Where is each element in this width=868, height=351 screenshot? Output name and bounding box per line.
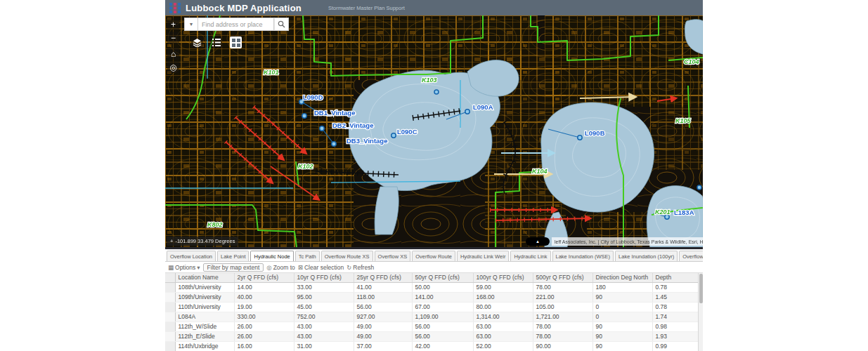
search-button[interactable] (274, 18, 289, 31)
clear-selection-button[interactable]: ⊠ Clear selection (298, 264, 344, 271)
tab-overflow-location[interactable]: Overflow Location (167, 251, 216, 261)
map-label[interactable]: DB2_Vintage (332, 121, 373, 129)
cell: 26.00 (234, 331, 294, 341)
table-scrollbar[interactable] (698, 273, 703, 351)
row-selector[interactable] (165, 322, 175, 331)
table-row[interactable]: L084A 330.00 752.00 927.00 1,109.00 1,31… (165, 312, 698, 322)
map-label[interactable]: L183A (674, 208, 694, 216)
column-header[interactable]: 2yr Q FFD (cfs) (234, 273, 294, 282)
column-header[interactable]: Direction Deg North (592, 273, 652, 282)
cell: 90.00 (533, 341, 592, 351)
column-header[interactable]: 10yr Q FFD (cfs) (294, 273, 354, 282)
options-menu-button[interactable]: ▦ Options ▾ (168, 264, 200, 271)
cell-location: 108th/University (175, 282, 234, 292)
tab-hydraulic-link-weir[interactable]: Hydraulic Link Weir (457, 251, 509, 261)
map-label[interactable]: C104 (684, 58, 699, 65)
row-selector[interactable] (165, 312, 175, 322)
app-window: Lubbock MDP Application Stormwater Maste… (165, 0, 703, 351)
cell: 33.00 (294, 282, 354, 292)
table-row[interactable]: 109th/University 40.00 95.00 118.00 141.… (165, 292, 698, 302)
table-row[interactable]: 112th_E/Slide 26.00 43.00 49.00 56.00 63… (165, 331, 698, 341)
table-row[interactable]: 112th_W/Slide 26.00 43.00 49.00 56.00 63… (165, 322, 698, 331)
basemap-gallery-button[interactable] (230, 37, 242, 48)
cell: 0 (592, 312, 652, 322)
crosshair-icon: + (170, 238, 173, 244)
caret-down-icon: ▾ (197, 264, 200, 271)
filter-label: Filter by map extent (207, 264, 260, 271)
filter-by-map-extent-button[interactable]: Filter by map extent (203, 263, 264, 272)
tab-overflow-inundation[interactable]: Overflow Inundation (679, 251, 703, 261)
tab-overflow-xs[interactable]: Overflow XS (375, 251, 411, 261)
basemap-grid-icon (232, 39, 240, 47)
row-selector[interactable] (165, 331, 175, 341)
column-header[interactable]: Location Name (175, 273, 234, 282)
caret-down-icon: ▾ (190, 21, 193, 27)
map-label[interactable]: DB1_Vintage (314, 109, 355, 117)
table-row[interactable]: 110th/University 19.00 45.00 56.00 67.00… (165, 302, 698, 312)
home-button[interactable]: ⌂ (167, 48, 179, 60)
cell: 49.00 (354, 331, 412, 341)
map-label[interactable]: K201 (655, 208, 671, 216)
search-input[interactable] (198, 18, 274, 31)
row-selector[interactable] (165, 302, 175, 312)
column-header[interactable]: 500yr Q FFD (cfs) (533, 273, 592, 282)
column-header[interactable]: 25yr Q FFD (cfs) (354, 273, 412, 282)
cell-location: 112th_E/Slide (175, 331, 234, 341)
cell: 49.00 (354, 322, 412, 331)
refresh-button[interactable]: ↻ Refresh (346, 264, 374, 271)
scrollbar-thumb[interactable] (699, 274, 703, 303)
search-bar: ▾ (184, 18, 289, 31)
map-label[interactable]: L090D (303, 93, 323, 101)
map-label[interactable]: K101 (264, 69, 279, 76)
column-header[interactable]: 50yr Q FFD (cfs) (412, 273, 473, 282)
map-label[interactable]: K802 (207, 221, 223, 228)
zoom-to-button[interactable]: ◎ Zoom to (266, 264, 295, 271)
map-label[interactable]: K104 (532, 168, 548, 175)
cell: 168.00 (473, 292, 533, 302)
cell: 141.00 (412, 292, 473, 302)
attribution-toggle[interactable]: ▴ (526, 237, 550, 246)
map-label[interactable]: K105 (675, 117, 692, 124)
tab-hydraulic-link[interactable]: Hydraulic Link (510, 251, 550, 261)
attribute-table: Location Name 2yr Q FFD (cfs) 10yr Q FFD… (165, 273, 703, 351)
tab-hydraulic-node[interactable]: Hydraulic Node (250, 251, 293, 261)
app-header: Lubbock MDP Application Stormwater Maste… (165, 0, 703, 15)
table-row[interactable]: 114th/Uxbridge 16.00 31.00 37.00 42.00 5… (165, 341, 698, 351)
app-logo-icon (169, 3, 181, 13)
tab-overflow-route[interactable]: Overflow Route (412, 251, 455, 261)
zoom-in-button[interactable]: + (167, 18, 179, 30)
tab-lake-point[interactable]: Lake Point (217, 251, 249, 261)
row-selector[interactable] (165, 341, 175, 351)
map-label[interactable]: L090B (585, 129, 605, 137)
search-source-dropdown[interactable]: ▾ (184, 18, 198, 31)
coordinate-display: + -101.899 33.479 Degrees (167, 237, 238, 246)
locate-button[interactable]: ◎ (167, 61, 179, 73)
map-label[interactable]: K102 (298, 163, 313, 170)
map-label[interactable]: L090C (397, 128, 417, 135)
zoom-to-label: Zoom to (273, 264, 295, 271)
tab-lake-inundation-100yr[interactable]: Lake Inundation (100yr) (615, 251, 678, 261)
column-header[interactable]: Depth (652, 273, 698, 282)
row-selector[interactable] (165, 282, 175, 292)
cell: 180 (592, 282, 652, 292)
table-header-row: Location Name 2yr Q FFD (cfs) 10yr Q FFD… (165, 273, 698, 282)
column-header[interactable]: 100yr Q FFD (cfs) (473, 273, 533, 282)
row-selector[interactable] (165, 292, 175, 302)
map-label[interactable]: DB3_Vintage (346, 137, 387, 145)
cell: 43.00 (294, 331, 354, 341)
tab-lake-inundation-wse[interactable]: Lake Inundation (WSE) (552, 251, 614, 261)
zoom-out-button[interactable]: − (167, 32, 179, 44)
table-row[interactable]: 108th/University 14.00 33.00 41.00 50.00… (165, 282, 698, 292)
refresh-icon: ↻ (346, 264, 351, 271)
select-all-header[interactable] (165, 273, 175, 282)
layers-button[interactable] (191, 37, 203, 48)
cell-location: L084A (175, 312, 234, 322)
locate-icon: ◎ (169, 62, 176, 72)
tab-overflow-route-xs[interactable]: Overflow Route XS (321, 251, 373, 261)
tab-tc-path[interactable]: Tc Path (295, 251, 320, 261)
map-label[interactable]: L090A (473, 103, 493, 111)
cell: 0 (592, 302, 652, 312)
map-label[interactable]: K103 (422, 77, 437, 84)
map-canvas[interactable]: K101 K103 C104 K105 K102 K802 K104 K201 … (165, 15, 703, 247)
legend-button[interactable] (210, 37, 222, 48)
